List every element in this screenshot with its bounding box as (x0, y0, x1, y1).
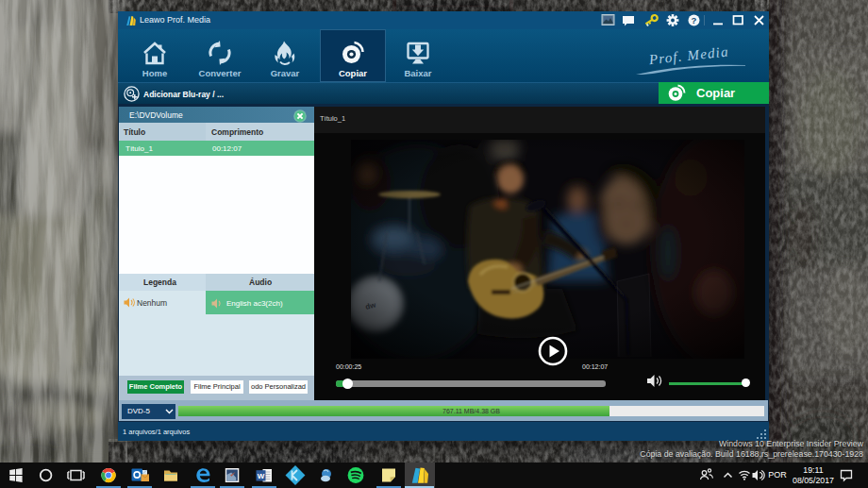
svg-text:?: ? (692, 15, 697, 25)
svg-text:W: W (258, 472, 265, 480)
svg-text:Prof. Media: Prof. Media (647, 43, 729, 67)
